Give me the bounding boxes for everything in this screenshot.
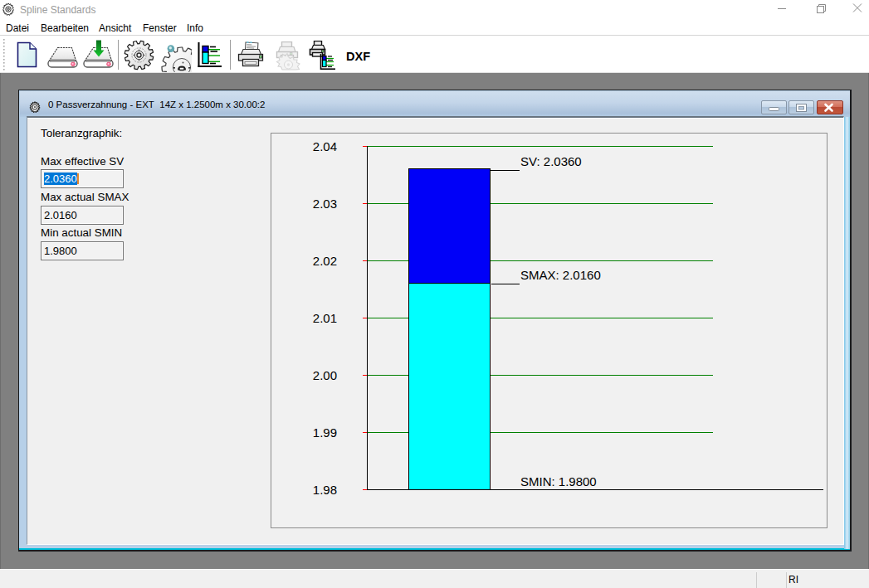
svg-text:1.98: 1.98 (313, 483, 337, 497)
svg-text:SMAX: 2.0160: SMAX: 2.0160 (520, 268, 601, 282)
svg-text:1.99: 1.99 (313, 425, 337, 440)
svg-text:2.00: 2.00 (313, 368, 337, 382)
svg-text:2.02: 2.02 (313, 254, 337, 268)
svg-text:2.01: 2.01 (313, 311, 337, 325)
svg-text:SV: 2.0360: SV: 2.0360 (520, 154, 582, 168)
svg-text:2.04: 2.04 (313, 139, 337, 153)
svg-text:2.03: 2.03 (313, 197, 337, 211)
svg-text:SMIN: 1.9800: SMIN: 1.9800 (520, 474, 597, 488)
